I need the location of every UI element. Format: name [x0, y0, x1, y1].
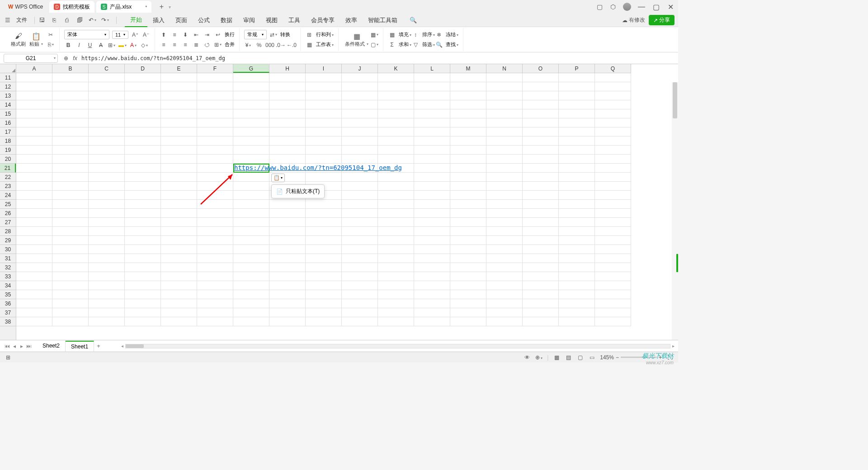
cell[interactable] [378, 200, 414, 209]
cell[interactable] [161, 218, 197, 227]
row-header-35[interactable]: 35 [0, 290, 16, 299]
view-reading-icon[interactable]: ▭ [588, 354, 595, 361]
cell[interactable] [378, 281, 414, 290]
cell[interactable] [197, 227, 233, 236]
share-button[interactable]: ↗ 分享 [649, 15, 675, 25]
cell[interactable] [523, 82, 559, 91]
row-header-26[interactable]: 26 [0, 209, 16, 218]
cell[interactable] [233, 218, 269, 227]
format-brush-button[interactable]: 🖌格式刷 [11, 28, 26, 51]
cell[interactable] [233, 308, 269, 317]
cell[interactable] [486, 218, 523, 227]
cell[interactable] [523, 299, 559, 308]
cell[interactable] [595, 82, 631, 91]
cell[interactable] [197, 263, 233, 272]
cell[interactable] [125, 272, 161, 281]
rowcol-button[interactable]: 行和列 [316, 31, 334, 38]
cell[interactable] [161, 299, 197, 308]
cell[interactable] [595, 200, 631, 209]
cell[interactable] [161, 236, 197, 245]
cell[interactable] [523, 272, 559, 281]
cell[interactable] [197, 236, 233, 245]
cell[interactable] [486, 136, 523, 146]
cell[interactable] [378, 118, 414, 127]
cell[interactable] [414, 290, 450, 299]
cell[interactable] [414, 73, 450, 82]
cell[interactable] [486, 290, 523, 299]
cell[interactable] [414, 91, 450, 100]
transform-button[interactable]: ⇄ [269, 31, 278, 39]
cell[interactable] [197, 118, 233, 127]
cell[interactable] [595, 245, 631, 254]
align-right-icon[interactable]: ≡ [181, 41, 189, 49]
cell[interactable] [125, 127, 161, 136]
cell[interactable] [233, 254, 269, 263]
row-header-20[interactable]: 20 [0, 155, 16, 164]
cell[interactable] [306, 317, 342, 326]
cell[interactable] [197, 308, 233, 317]
cell[interactable] [197, 109, 233, 118]
cell[interactable] [16, 191, 52, 200]
cell[interactable] [450, 200, 486, 209]
maximize-button[interactable]: ▢ [652, 3, 660, 11]
row-header-32[interactable]: 32 [0, 263, 16, 272]
cell[interactable] [197, 155, 233, 164]
cell[interactable] [342, 317, 378, 326]
close-button[interactable]: ✕ [666, 3, 675, 11]
cell[interactable] [342, 182, 378, 191]
cell[interactable] [233, 200, 269, 209]
row-header-37[interactable]: 37 [0, 308, 16, 317]
cell[interactable] [342, 200, 378, 209]
cell[interactable] [342, 308, 378, 317]
border-button[interactable]: ⊞ [108, 41, 116, 49]
cell[interactable] [233, 236, 269, 245]
cell[interactable] [378, 263, 414, 272]
cell[interactable] [378, 91, 414, 100]
cell[interactable] [523, 245, 559, 254]
row-header-15[interactable]: 15 [0, 109, 16, 118]
ribbon-tab-10[interactable]: 智能工具箱 [363, 14, 403, 27]
cell[interactable] [89, 299, 125, 308]
cell[interactable] [414, 200, 450, 209]
row-header-30[interactable]: 30 [0, 245, 16, 254]
cell[interactable] [233, 136, 269, 146]
cell[interactable] [52, 73, 89, 82]
select-all-corner[interactable] [0, 64, 16, 73]
cell[interactable] [197, 245, 233, 254]
cell[interactable] [89, 317, 125, 326]
cell[interactable] [486, 182, 523, 191]
horizontal-scrollbar[interactable]: ◂▸ [121, 343, 675, 349]
cell[interactable] [269, 236, 306, 245]
cell[interactable] [161, 118, 197, 127]
cell[interactable] [306, 290, 342, 299]
cell[interactable] [161, 127, 197, 136]
cell[interactable] [559, 218, 595, 227]
cell[interactable] [523, 308, 559, 317]
cell[interactable] [161, 109, 197, 118]
view-normal-icon[interactable]: ▦ [553, 354, 560, 361]
cell[interactable] [486, 254, 523, 263]
font-grow-icon[interactable]: A⁺ [131, 31, 139, 39]
cell[interactable] [89, 136, 125, 146]
cell[interactable] [233, 191, 269, 200]
freeze-button[interactable]: 冻结 [446, 31, 458, 38]
cell[interactable] [486, 281, 523, 290]
col-header-J[interactable]: J [342, 64, 378, 73]
ribbon-tab-5[interactable]: 审阅 [238, 14, 260, 27]
cell[interactable] [414, 146, 450, 155]
menu-icon[interactable]: ☰ [4, 16, 12, 24]
cell[interactable] [233, 73, 269, 82]
cell[interactable] [52, 100, 89, 109]
cell[interactable] [450, 109, 486, 118]
cell[interactable] [161, 281, 197, 290]
cell[interactable] [306, 227, 342, 236]
cell[interactable] [414, 127, 450, 136]
cell[interactable] [233, 272, 269, 281]
cell[interactable] [306, 118, 342, 127]
cell[interactable] [16, 146, 52, 155]
cell[interactable] [559, 136, 595, 146]
cell[interactable] [595, 218, 631, 227]
cell[interactable] [306, 73, 342, 82]
cell[interactable] [414, 209, 450, 218]
cell[interactable] [233, 155, 269, 164]
